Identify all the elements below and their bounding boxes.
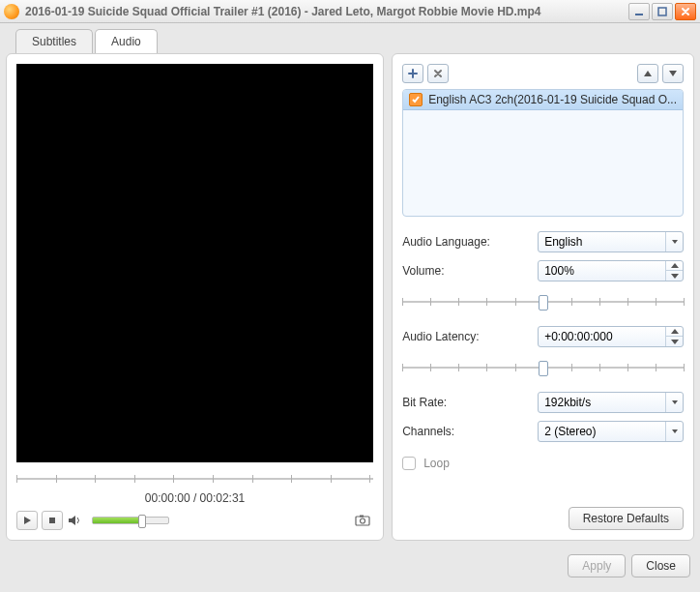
restore-defaults-button[interactable]: Restore Defaults: [569, 507, 684, 530]
volume-label: Volume:: [402, 264, 538, 278]
time-display: 00:00:00 / 00:02:31: [16, 491, 373, 505]
latency-label: Audio Latency:: [402, 330, 538, 343]
loop-checkbox[interactable]: [402, 457, 416, 470]
video-preview[interactable]: [16, 64, 373, 462]
spin-up-icon[interactable]: [666, 327, 683, 337]
bitrate-combo[interactable]: 192kbit/s: [538, 392, 684, 413]
svg-rect-3: [49, 518, 55, 523]
close-window-button[interactable]: [675, 3, 696, 20]
bitrate-value: 192kbit/s: [544, 396, 591, 409]
apply-button[interactable]: Apply: [568, 554, 626, 577]
window-title: 2016-01-19 Suicide Squad Official Traile…: [25, 5, 627, 18]
svg-rect-0: [635, 14, 643, 15]
tab-bar: Subtitles Audio: [15, 29, 694, 53]
spin-up-icon[interactable]: [666, 261, 683, 271]
svg-marker-9: [669, 71, 677, 76]
remove-track-button[interactable]: [427, 64, 449, 83]
preview-panel: 00:00:00 / 00:02:31: [6, 53, 384, 541]
snapshot-button[interactable]: [352, 511, 373, 530]
minimize-button[interactable]: [628, 3, 650, 20]
stop-button[interactable]: [42, 511, 63, 530]
svg-marker-12: [671, 274, 679, 279]
svg-marker-4: [69, 516, 75, 525]
svg-rect-7: [360, 516, 364, 518]
add-track-button[interactable]: [402, 64, 423, 83]
play-button[interactable]: [16, 511, 38, 530]
svg-marker-8: [644, 71, 652, 76]
svg-marker-13: [671, 329, 679, 334]
volume-value: 100%: [544, 264, 574, 278]
move-down-button[interactable]: [662, 64, 684, 83]
svg-rect-1: [658, 8, 666, 15]
close-button[interactable]: Close: [631, 554, 690, 577]
channels-value: 2 (Stereo): [544, 425, 596, 438]
track-checkbox[interactable]: [409, 93, 423, 106]
svg-point-6: [361, 518, 365, 523]
track-row[interactable]: English AC3 2ch(2016-01-19 Suicide Squad…: [403, 90, 683, 110]
dialog-footer: Apply Close: [0, 546, 700, 586]
latency-value: +0:00:00:000: [544, 330, 612, 343]
slider-handle[interactable]: [539, 361, 548, 376]
loop-label: Loop: [423, 457, 450, 470]
mute-button[interactable]: [67, 511, 84, 530]
spin-down-icon[interactable]: [666, 337, 683, 346]
audio-language-value: English: [544, 235, 582, 249]
track-label: English AC3 2ch(2016-01-19 Suicide Squad…: [428, 93, 677, 106]
audio-settings-panel: English AC3 2ch(2016-01-19 Suicide Squad…: [392, 53, 694, 541]
audio-language-label: Audio Language:: [402, 235, 538, 249]
svg-marker-14: [671, 340, 679, 344]
tab-subtitles[interactable]: Subtitles: [15, 29, 93, 53]
app-icon: [4, 4, 19, 19]
move-up-button[interactable]: [637, 64, 658, 83]
audio-language-combo[interactable]: English: [538, 231, 684, 252]
volume-slider-bar[interactable]: [402, 292, 684, 311]
svg-marker-10: [672, 240, 678, 244]
volume-slider[interactable]: [92, 517, 169, 524]
titlebar: 2016-01-19 Suicide Squad Official Traile…: [0, 0, 700, 23]
bitrate-label: Bit Rate:: [402, 396, 538, 409]
latency-slider-bar[interactable]: [402, 358, 684, 377]
channels-combo[interactable]: 2 (Stereo): [538, 421, 684, 442]
svg-marker-15: [672, 400, 678, 404]
slider-handle[interactable]: [539, 295, 548, 311]
volume-spinner[interactable]: 100%: [538, 260, 684, 281]
channels-label: Channels:: [402, 425, 538, 438]
track-list[interactable]: English AC3 2ch(2016-01-19 Suicide Squad…: [402, 89, 684, 217]
maximize-button[interactable]: [652, 3, 673, 20]
svg-marker-11: [671, 263, 679, 268]
seek-bar[interactable]: [16, 470, 373, 488]
player-controls: [16, 511, 373, 530]
svg-marker-16: [672, 429, 678, 433]
latency-spinner[interactable]: +0:00:00:000: [538, 326, 684, 347]
spin-down-icon[interactable]: [666, 271, 683, 281]
svg-rect-5: [356, 517, 369, 525]
tab-audio[interactable]: Audio: [95, 29, 158, 53]
svg-marker-2: [24, 517, 31, 524]
